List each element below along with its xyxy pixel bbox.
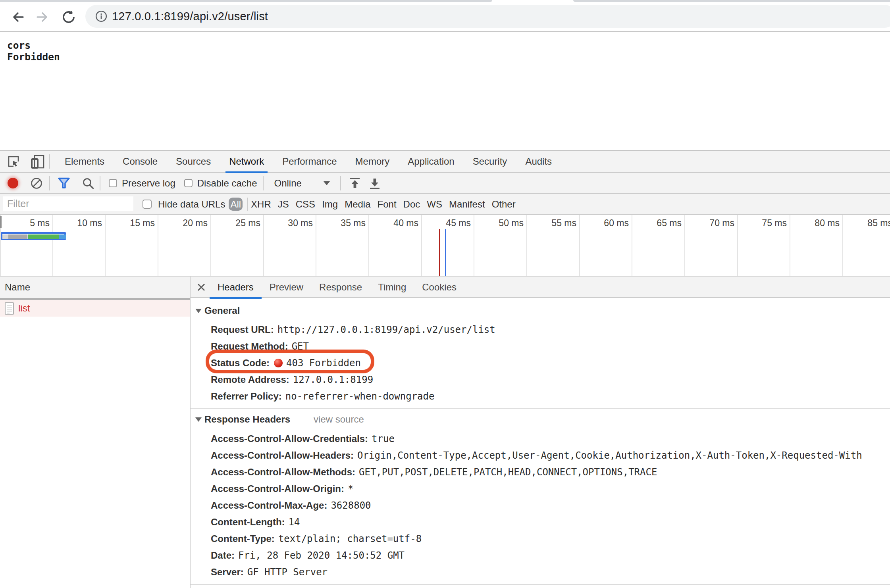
page-body-text: cors Forbidden <box>7 40 60 63</box>
resource-filter-css[interactable]: CSS <box>296 199 315 210</box>
details-tab-cookies[interactable]: Cookies <box>414 277 464 298</box>
filter-all-pill[interactable]: All <box>229 198 243 211</box>
name-column-header[interactable]: Name <box>0 277 190 298</box>
view-source-link[interactable]: view source <box>314 414 364 425</box>
overview-segment <box>28 234 59 239</box>
header-value: Origin,Content-Type,Accept,User-Agent,Co… <box>357 450 862 461</box>
overview-bar <box>1 232 66 240</box>
devtools-tab-network[interactable]: Network <box>220 151 273 172</box>
filter-input[interactable] <box>3 196 133 211</box>
preserve-log-checkbox[interactable] <box>109 179 117 187</box>
ruler-tick-label: 45 ms <box>411 218 471 229</box>
details-tab-preview[interactable]: Preview <box>262 277 311 298</box>
request-name: list <box>18 303 30 314</box>
header-value: GET,PUT,POST,DELETE,PATCH,HEAD,CONNECT,O… <box>359 467 657 478</box>
disclosure-triangle-icon <box>195 309 202 313</box>
inspect-cursor-icon <box>7 156 19 167</box>
resource-filter-xhr[interactable]: XHR <box>251 199 271 210</box>
general-row: Remote Address:127.0.0.1:8199 <box>191 371 890 388</box>
overview-grip[interactable] <box>0 216 2 228</box>
ruler-tick-label: 60 ms <box>569 218 629 229</box>
document-icon <box>5 302 14 315</box>
device-toolbar-button[interactable] <box>26 154 49 169</box>
ruler-tick-label: 20 ms <box>148 218 208 229</box>
response-headers-section-title: Response Headers <box>204 414 290 425</box>
clear-button[interactable] <box>25 177 48 189</box>
info-icon[interactable] <box>95 10 107 22</box>
toolbar-separator <box>263 176 264 190</box>
close-details-button[interactable] <box>193 277 209 298</box>
resource-filter-manifest[interactable]: Manifest <box>449 199 485 210</box>
request-row-list[interactable]: list <box>0 300 190 317</box>
header-name: Status Code: <box>211 357 270 369</box>
devtools-tab-elements[interactable]: Elements <box>56 151 114 172</box>
devtools-tab-performance[interactable]: Performance <box>273 151 346 172</box>
header-name: Date: <box>211 550 235 561</box>
devtools-tab-sources[interactable]: Sources <box>167 151 220 172</box>
throttling-caret-icon[interactable] <box>324 181 330 185</box>
address-bar[interactable]: 127.0.0.1:8199/api.v2/user/list <box>85 5 890 28</box>
overview-segment <box>8 234 27 239</box>
header-value: 127.0.0.1:8199 <box>293 374 373 385</box>
devtools-tab-bar: ElementsConsoleSourcesNetworkPerformance… <box>0 151 890 173</box>
reload-button[interactable] <box>61 2 77 32</box>
throttling-select-value[interactable]: Online <box>274 178 301 189</box>
network-overview: 5 ms10 ms15 ms20 ms25 ms30 ms35 ms40 ms4… <box>0 215 890 277</box>
clear-icon <box>31 177 42 189</box>
response-header-row: Content-Type:text/plain; charset=utf-8 <box>191 530 890 547</box>
general-row: Request Method:GET <box>191 338 890 355</box>
header-value: * <box>348 483 353 494</box>
ruler-tick-label: 50 ms <box>464 218 524 229</box>
import-har-button[interactable] <box>345 177 365 189</box>
header-value: http://127.0.0.1:8199/api.v2/user/list <box>277 324 495 335</box>
hide-data-urls-checkbox[interactable] <box>143 200 152 209</box>
hide-data-urls-label: Hide data URLs <box>158 199 225 210</box>
devtools-tab-application[interactable]: Application <box>399 151 463 172</box>
inspect-element-button[interactable] <box>0 156 26 167</box>
search-button[interactable] <box>78 177 98 189</box>
details-tab-bar: HeadersPreviewResponseTimingCookies <box>191 277 890 298</box>
response-header-rows: Access-Control-Allow-Credentials:trueAcc… <box>191 430 890 580</box>
ruler-tick-label: 10 ms <box>42 218 102 229</box>
network-toolbar: Preserve log Disable cache Online <box>0 173 890 194</box>
device-toolbar-icon <box>31 154 44 169</box>
header-value: text/plain; charset=utf-8 <box>278 533 422 544</box>
search-icon <box>82 177 94 189</box>
resource-filter-other[interactable]: Other <box>492 199 516 210</box>
resource-filter-js[interactable]: JS <box>278 199 289 210</box>
back-button[interactable] <box>10 2 25 32</box>
details-tab-response[interactable]: Response <box>311 277 370 298</box>
resource-filter-font[interactable]: Font <box>378 199 397 210</box>
domcontentloaded-event-line <box>445 229 446 276</box>
devtools-tab-console[interactable]: Console <box>114 151 167 172</box>
response-header-row: Date:Fri, 28 Feb 2020 14:50:52 GMT <box>191 547 890 564</box>
resource-type-filters: XHRJSCSSImgMediaFontDocWSManifestOther <box>251 199 516 210</box>
details-tab-headers[interactable]: Headers <box>210 277 262 298</box>
resource-filter-ws[interactable]: WS <box>427 199 442 210</box>
disable-cache-checkbox[interactable] <box>184 179 193 187</box>
resource-filter-media[interactable]: Media <box>345 199 370 210</box>
resource-filter-img[interactable]: Img <box>322 199 338 210</box>
general-section-header[interactable]: General <box>191 302 890 319</box>
devtools-tab-memory[interactable]: Memory <box>346 151 399 172</box>
devtools-tab-audits[interactable]: Audits <box>516 151 561 172</box>
ruler-tick-label: 80 ms <box>780 218 840 229</box>
filter-toggle-button[interactable] <box>50 177 78 189</box>
export-har-button[interactable] <box>365 177 385 189</box>
ruler-tick-label: 15 ms <box>95 218 155 229</box>
response-header-row: Content-Length:14 <box>191 514 890 530</box>
details-tab-timing[interactable]: Timing <box>370 277 414 298</box>
forward-button[interactable] <box>35 2 51 32</box>
general-row: Referrer Policy:no-referrer-when-downgra… <box>191 388 890 405</box>
disable-cache-label: Disable cache <box>197 178 257 189</box>
ruler-tick-label: 25 ms <box>201 218 260 229</box>
header-value: 14 <box>289 517 300 528</box>
response-headers-section-header[interactable]: Response Headers view source <box>191 411 890 428</box>
disclosure-triangle-icon <box>195 417 202 422</box>
record-button[interactable] <box>0 178 25 188</box>
browser-toolbar: 127.0.0.1:8199/api.v2/user/list <box>0 2 890 32</box>
resource-filter-doc[interactable]: Doc <box>403 199 420 210</box>
reload-icon <box>61 9 77 25</box>
devtools-tab-security[interactable]: Security <box>464 151 516 172</box>
header-value: GF HTTP Server <box>247 567 327 578</box>
